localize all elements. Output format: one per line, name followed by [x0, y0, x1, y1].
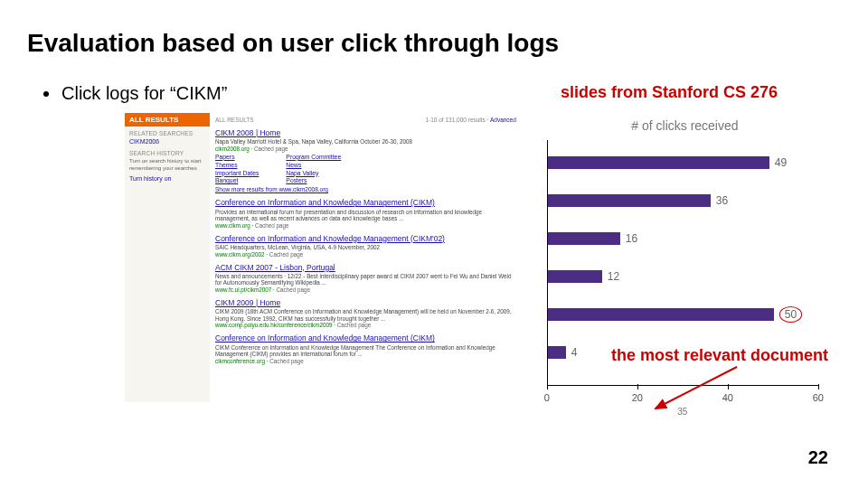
x-tick-label: 60	[813, 392, 824, 403]
search-history-label: SEARCH HISTORY	[129, 150, 205, 156]
cached-link[interactable]: Cached page	[269, 358, 303, 364]
result-snippet: Napa Valley Marriott Hotel & Spa, Napa V…	[215, 138, 516, 145]
result-item: Conference on Information and Knowledge …	[215, 198, 516, 228]
chart-bar: 49	[548, 156, 787, 169]
bullet-text: Click logs for “CIKM”	[61, 83, 227, 104]
cached-link[interactable]: Cached page	[255, 222, 288, 229]
result-title-link[interactable]: Conference on Information and Knowledge …	[215, 334, 516, 343]
cached-link[interactable]: Cached page	[254, 145, 288, 152]
result-sublink[interactable]: News	[286, 162, 301, 168]
chart-bar-label: 12	[608, 270, 619, 283]
result-item: Conference on Information and Knowledge …	[215, 333, 516, 363]
result-snippet: SAIC Headquarters, McLean, Virginia, USA…	[215, 244, 516, 251]
chart-bar: 12	[548, 270, 619, 283]
x-tick	[818, 384, 819, 389]
result-url: www.cikm.org/2002	[215, 251, 265, 258]
result-item: CIKM 2008 | Home Napa Valley Marriott Ho…	[215, 128, 516, 192]
result-item: ACM CIKM 2007 - Lisbon, Portugal News an…	[215, 263, 516, 293]
search-history-text: Turn on search history to start remember…	[129, 158, 205, 172]
attribution-label: slides from Stanford CS 276	[561, 83, 832, 102]
page-number: 22	[808, 447, 828, 468]
result-snippet: News and announcements · 12/22 - Best in…	[215, 273, 516, 286]
result-url: www.fc.ul.pt/cikm2007	[215, 286, 271, 293]
cached-link[interactable]: Cached page	[337, 322, 371, 328]
annotation-most-relevant: the most relevant document	[611, 346, 828, 365]
serp-result-count: 1-10 of 131,000 results	[425, 117, 486, 123]
result-title-link[interactable]: CIKM 2009 | Home	[215, 299, 516, 307]
x-tick-label: 0	[544, 392, 550, 403]
bullet-dot-icon	[43, 91, 49, 97]
page-title: Evaluation based on user click through l…	[27, 29, 841, 58]
chart-bar-label: 50	[779, 306, 802, 323]
result-title-link[interactable]: Conference on Information and Knowledge …	[215, 199, 516, 207]
serp-sidebar: ALL RESULTS RELATED SEARCHES CIKM2006 SE…	[125, 113, 210, 402]
result-title-link[interactable]: ACM CIKM 2007 - Lisbon, Portugal	[215, 264, 516, 272]
result-item: CIKM 2009 | Home CIKM 2009 (18th ACM Con…	[215, 298, 516, 328]
x-tick	[637, 384, 638, 389]
related-searches-label: RELATED SEARCHES	[129, 130, 205, 136]
result-sublink[interactable]: Napa Valley	[286, 170, 318, 176]
bullet-item: Click logs for “CIKM”	[43, 83, 227, 104]
result-snippet: CIKM Conference on Information and Knowl…	[215, 344, 516, 358]
chart-bar-label: 4	[571, 346, 578, 359]
chart-bar-label: 36	[716, 194, 728, 207]
chart-bar-label: 49	[775, 156, 787, 169]
arrow-icon	[642, 365, 741, 419]
result-title-link[interactable]: Conference on Information and Knowledge …	[215, 235, 516, 243]
result-sublink[interactable]: Program Committee	[286, 154, 341, 160]
serp-main: ALL RESULTS 1-10 of 131,000 results · Ad…	[210, 113, 522, 402]
search-results-panel: ALL RESULTS RELATED SEARCHES CIKM2006 SE…	[125, 113, 522, 402]
chart-bar: 16	[548, 232, 637, 245]
result-url: cikm2008.org	[215, 145, 250, 152]
chart-bar: 36	[548, 194, 728, 207]
result-title-link[interactable]: CIKM 2008 | Home	[215, 129, 516, 137]
advanced-link[interactable]: Advanced	[490, 117, 516, 123]
x-tick	[547, 384, 548, 389]
chart-bar: 4	[548, 346, 578, 359]
serp-topline-left: ALL RESULTS	[215, 117, 254, 123]
sidebar-header: ALL RESULTS	[125, 113, 210, 127]
result-sublink[interactable]: Important Dates	[215, 170, 259, 176]
result-snippet: Provides an international forum for pres…	[215, 209, 516, 222]
result-sublink[interactable]: Papers	[215, 154, 235, 160]
chart-bar-label: 16	[626, 232, 637, 245]
chart-bar: 50	[548, 308, 802, 321]
cached-link[interactable]: Cached page	[277, 286, 310, 293]
result-sublink[interactable]: Themes	[215, 162, 238, 168]
turn-history-on-link[interactable]: Turn history on	[129, 175, 205, 182]
chart-title: # of clicks received	[536, 118, 834, 133]
result-sublink[interactable]: Posters	[286, 177, 307, 183]
result-url: www.cikm.org	[215, 222, 250, 229]
result-sublink[interactable]: Banquet	[215, 177, 238, 183]
cached-link[interactable]: Cached page	[269, 251, 303, 258]
result-item: Conference on Information and Knowledge …	[215, 234, 516, 258]
related-search-link[interactable]: CIKM2006	[129, 138, 205, 145]
show-more-link[interactable]: Show more results from www.cikm2008.org	[215, 186, 516, 192]
result-snippet: CIKM 2009 (18th ACM Conference on Inform…	[215, 308, 516, 322]
result-url: cikmconference.org	[215, 358, 265, 364]
result-url: www.comp.polyu.edu.hk/conference/cikm200…	[215, 322, 333, 328]
